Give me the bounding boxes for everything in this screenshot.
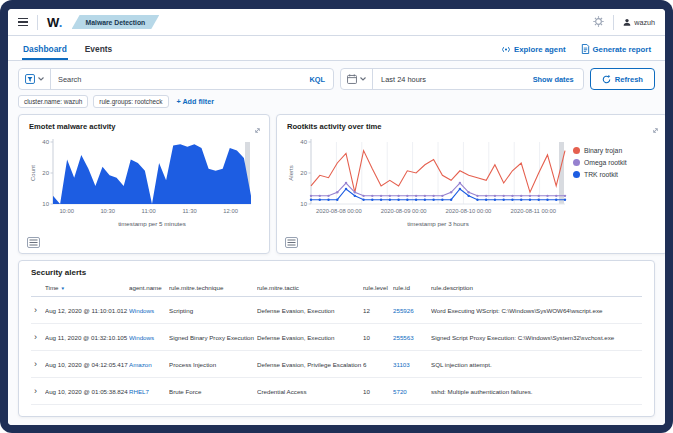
logo-dot: . <box>59 15 63 30</box>
time-range-value[interactable]: Last 24 hours <box>373 75 524 84</box>
emotet-area-chart[interactable]: 10204010:0010:3011:0011:3012:00timestamp… <box>29 134 259 229</box>
sort-desc-icon: ▼ <box>61 286 66 291</box>
legend-toggle-icon[interactable] <box>285 237 298 248</box>
legend-label: Binary trojan <box>584 147 622 154</box>
expand-icon[interactable] <box>651 121 660 139</box>
svg-text:11:00: 11:00 <box>142 208 156 214</box>
cell-description: SQL injection attempt. <box>431 361 642 368</box>
legend-item[interactable]: TRK rootkit <box>573 171 657 178</box>
gear-icon[interactable] <box>593 13 604 31</box>
filter-icon <box>25 74 35 84</box>
app-tab-malware-detection[interactable]: Malware Detection <box>72 15 160 29</box>
svg-text:2020-08-08 00:00: 2020-08-08 00:00 <box>316 208 362 214</box>
show-dates-button[interactable]: Show dates <box>524 75 583 84</box>
cell-technique: Process Injection <box>169 361 257 368</box>
cell-time: Aug 10, 2020 @ 04:12:05.417 <box>45 361 129 368</box>
cell-description: Word Executing WScript: C:\Windows\SysWO… <box>431 307 642 314</box>
legend-dot-icon <box>573 159 580 166</box>
cell-agent-link[interactable]: Amazon <box>129 361 169 368</box>
tab-events[interactable]: Events <box>84 38 113 60</box>
menu-icon[interactable] <box>18 18 28 26</box>
saved-query-menu[interactable] <box>19 69 51 89</box>
cell-rule-id-link[interactable]: 255926 <box>393 307 431 314</box>
alerts-table-header: Time▼agent.namerule.mitre.techniquerule.… <box>31 284 642 297</box>
column-header-rule-mitre-tactic[interactable]: rule.mitre.tactic <box>257 284 363 291</box>
calendar-menu[interactable] <box>341 69 373 89</box>
legend-item[interactable]: Omega rootkit <box>573 159 657 166</box>
wazuh-logo[interactable]: W. <box>47 15 63 30</box>
cell-technique: Brute Force <box>169 388 257 395</box>
user-menu[interactable]: wazuh <box>623 18 655 27</box>
cell-agent-link[interactable]: Windows <box>129 334 169 341</box>
cell-rule-id-link[interactable]: 5720 <box>393 388 431 395</box>
generate-report-button[interactable]: Generate report <box>581 44 652 54</box>
emotet-panel: Emotet malware activity 10204010:0010:30… <box>18 114 270 254</box>
svg-text:11:30: 11:30 <box>183 208 197 214</box>
svg-text:10:30: 10:30 <box>100 208 115 214</box>
expand-row-icon[interactable]: › <box>31 360 45 369</box>
filter-chip[interactable]: cluster.name: wazuh <box>18 95 88 108</box>
legend-label: TRK rootkit <box>584 171 618 178</box>
expand-row-icon[interactable]: › <box>31 306 45 315</box>
window-frame: W. Malware Detection wazuh Dashboard Eve… <box>0 0 673 433</box>
expand-row-icon[interactable]: › <box>31 387 45 396</box>
date-picker: Last 24 hours Show dates <box>340 68 584 90</box>
svg-text:2020-08-10 00:00: 2020-08-10 00:00 <box>446 208 492 214</box>
add-filter-button[interactable]: + Add filter <box>177 97 214 106</box>
app-window: W. Malware Detection wazuh Dashboard Eve… <box>8 9 665 425</box>
column-header-rule-id[interactable]: rule.id <box>393 284 431 291</box>
tab-dashboard[interactable]: Dashboard <box>22 38 68 60</box>
rootkits-line-chart[interactable]: 1020402020-08-08 00:002020-08-09 00:0020… <box>287 134 573 229</box>
alerts-table-body: › Aug 12, 2020 @ 11:10:01.012 Windows Sc… <box>31 297 642 405</box>
search-input[interactable] <box>51 75 310 84</box>
chevron-down-icon <box>360 77 366 81</box>
cell-time: Aug 10, 2020 @ 01:05:38.824 <box>45 388 129 395</box>
filter-bar: cluster.name: wazuhrule.groups: rootchec… <box>18 95 655 108</box>
table-row: › Aug 10, 2020 @ 04:12:05.417 Amazon Pro… <box>31 351 642 378</box>
legend-item[interactable]: Binary trojan <box>573 147 657 154</box>
cell-technique: Signed Binary Proxy Execution <box>169 334 257 341</box>
legend-dot-icon <box>573 147 580 154</box>
cell-tactic: Defense Evasion, Privilege Escalation <box>257 361 363 368</box>
column-header-rule-level[interactable]: rule.level <box>363 284 393 291</box>
column-header-agent-name[interactable]: agent.name <box>129 284 169 291</box>
expand-row-icon[interactable]: › <box>31 333 45 342</box>
cell-technique: Scripting <box>169 307 257 314</box>
refresh-button[interactable]: Refresh <box>590 68 655 90</box>
column-header-rule-description[interactable]: rule.description <box>431 284 642 291</box>
panel-title: Emotet malware activity <box>29 122 259 131</box>
filter-chip[interactable]: rule.groups: rootcheck <box>93 95 168 108</box>
column-header-rule-mitre-technique[interactable]: rule.mitre.technique <box>169 284 257 291</box>
dashboard-content: KQL Last 24 hours Show dates Refresh <box>8 61 665 425</box>
cell-level: 10 <box>363 388 393 395</box>
username: wazuh <box>634 18 655 27</box>
cell-rule-id-link[interactable]: 255563 <box>393 334 431 341</box>
cell-tactic: Credential Access <box>257 388 363 395</box>
table-row: › Aug 12, 2020 @ 11:10:01.012 Windows Sc… <box>31 297 642 324</box>
cell-level: 12 <box>363 307 393 314</box>
svg-text:10: 10 <box>300 201 307 207</box>
svg-text:Alerts: Alerts <box>288 165 294 180</box>
legend-toggle-icon[interactable] <box>27 237 40 248</box>
table-row: › Aug 11, 2020 @ 01:32:10.105 Windows Si… <box>31 324 642 351</box>
visualization-row: Emotet malware activity 10204010:0010:30… <box>18 114 655 254</box>
kql-button[interactable]: KQL <box>310 75 334 84</box>
logo-text: W <box>47 15 59 30</box>
cell-time: Aug 12, 2020 @ 11:10:01.012 <box>45 307 129 314</box>
cell-agent-link[interactable]: RHEL7 <box>129 388 169 395</box>
expand-icon[interactable] <box>253 121 262 139</box>
explore-agent-button[interactable]: Explore agent <box>501 45 566 54</box>
svg-text:10: 10 <box>42 201 49 207</box>
column-header-time[interactable]: Time▼ <box>45 284 129 291</box>
svg-text:timestamp per 5 minutes: timestamp per 5 minutes <box>118 220 186 227</box>
cell-rule-id-link[interactable]: 31103 <box>393 361 431 368</box>
divider <box>613 15 614 30</box>
tabs-bar: Dashboard Events Explore agent Generate … <box>8 36 665 61</box>
cell-agent-link[interactable]: Windows <box>129 307 169 314</box>
divider <box>37 15 38 30</box>
security-alerts-panel: Security alerts Time▼agent.namerule.mitr… <box>18 260 655 417</box>
top-bar: W. Malware Detection wazuh <box>8 9 665 36</box>
cell-description: Signed Script Proxy Execution: C:\Window… <box>431 334 642 341</box>
chevron-down-icon <box>38 77 44 81</box>
calendar-icon <box>347 74 357 84</box>
